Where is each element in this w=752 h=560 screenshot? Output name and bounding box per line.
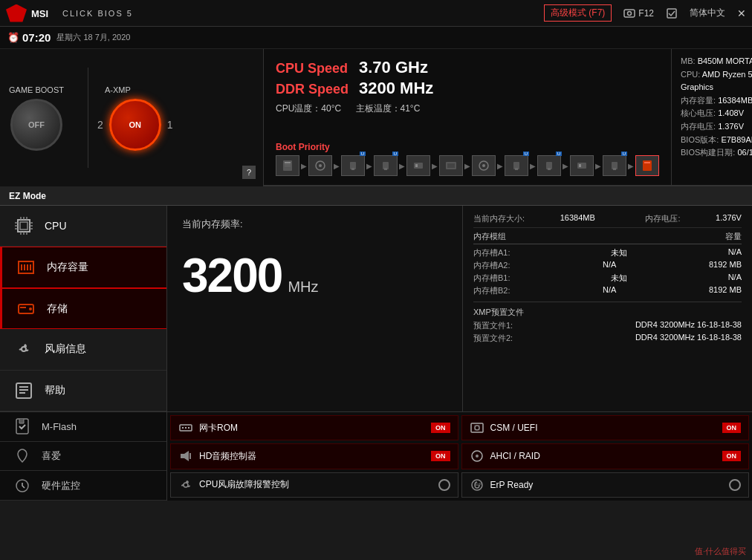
svg-rect-55 bbox=[19, 389, 28, 391]
hd-audio-button[interactable]: HD音频控制器 ON bbox=[170, 443, 458, 469]
cpu-speed-value: 3.70 GHz bbox=[359, 58, 428, 77]
ahci-raid-toggle[interactable]: ON bbox=[722, 451, 742, 461]
svg-point-19 bbox=[482, 164, 485, 167]
ddr-speed-value: 3200 MHz bbox=[359, 79, 433, 98]
f12-label[interactable]: F12 bbox=[638, 8, 654, 19]
freq-value: 3200 bbox=[182, 252, 282, 299]
csm-icon bbox=[470, 420, 484, 435]
csm-uefi-toggle[interactable]: ON bbox=[722, 423, 742, 433]
svg-rect-24 bbox=[577, 163, 586, 169]
ahci-icon bbox=[470, 449, 484, 463]
right-info-panel: MB: B450M MORTAR MAX (MS-7B89) CPU: AMD … bbox=[671, 49, 752, 185]
mflash-icon bbox=[12, 416, 33, 437]
mem-size-value: 16384MB bbox=[718, 96, 752, 105]
svg-rect-62 bbox=[188, 427, 189, 429]
camera-icon bbox=[623, 7, 635, 19]
xmp-file1-label: 预置文件1: bbox=[473, 320, 513, 331]
favorites-button[interactable]: 喜爱 bbox=[0, 442, 166, 472]
boot-icon-usb1[interactable]: U bbox=[341, 155, 365, 176]
mem-module-label: 内存模组 bbox=[473, 231, 506, 242]
svg-rect-54 bbox=[19, 386, 28, 388]
csm-uefi-label: CSM / UEFI bbox=[490, 423, 716, 433]
sidebar-item-storage[interactable]: 存储 bbox=[0, 288, 166, 329]
boot-icon-1[interactable] bbox=[276, 155, 299, 176]
boot-arrow-5: ▶ bbox=[432, 162, 438, 170]
sidebar-item-fan[interactable]: 风扇信息 bbox=[0, 329, 166, 370]
boot-arrow-8: ▶ bbox=[530, 162, 536, 170]
svg-point-52 bbox=[22, 347, 26, 351]
svg-rect-14 bbox=[414, 163, 423, 169]
axmp-knob[interactable]: ON bbox=[109, 99, 161, 151]
msi-logo: MSI CLICK BIOS 5 bbox=[6, 4, 133, 22]
bios-date-label: BIOS构建日期: bbox=[681, 148, 735, 157]
xmp-label: XMP预置文件 bbox=[473, 307, 742, 318]
boot-icon-usb5[interactable]: U bbox=[603, 155, 626, 176]
boost-axmp-area: GAME BOOST OFF A-XMP 2 ON 1 ? bbox=[0, 49, 264, 186]
current-mem-label: 当前内存大小: bbox=[473, 213, 525, 224]
slot-a1-capacity: N/A bbox=[728, 247, 742, 258]
favorites-label: 喜爱 bbox=[42, 449, 61, 463]
network-rom-toggle[interactable]: ON bbox=[431, 423, 450, 433]
sidebar-fan-label: 风扇信息 bbox=[45, 342, 86, 356]
erp-ready-button[interactable]: ErP ErP Ready bbox=[461, 472, 750, 498]
boot-icon-3[interactable] bbox=[406, 155, 430, 176]
help-button[interactable]: ? bbox=[242, 166, 256, 179]
advanced-mode-button[interactable]: 高级模式 (F7) bbox=[544, 4, 612, 22]
ahci-raid-button[interactable]: AHCI / RAID ON bbox=[461, 443, 750, 469]
close-button[interactable]: ✕ bbox=[737, 7, 746, 19]
sidebar-item-cpu[interactable]: CPU bbox=[0, 206, 166, 247]
xmp-file2-label: 预置文件2: bbox=[473, 333, 513, 344]
boot-icon-2[interactable] bbox=[308, 155, 332, 176]
svg-rect-60 bbox=[182, 427, 184, 429]
erp-ready-toggle[interactable] bbox=[729, 479, 741, 491]
cpu-speed-row: CPU Speed 3.70 GHz bbox=[276, 58, 659, 77]
mflash-button[interactable]: M-Flash bbox=[0, 412, 166, 442]
boot-icon-selected[interactable] bbox=[635, 155, 659, 176]
slot-b2-capacity: 8192 MB bbox=[709, 285, 742, 296]
svg-marker-67 bbox=[184, 451, 189, 461]
boot-icon-usb3[interactable]: U bbox=[505, 155, 528, 176]
msi-text-icon: MSI bbox=[31, 7, 58, 19]
slot-a1-row: 内存槽A1: 未知 N/A bbox=[473, 247, 742, 259]
hardware-monitor-button[interactable]: 硬件监控 bbox=[0, 471, 166, 501]
svg-rect-25 bbox=[579, 164, 581, 167]
screenshot-icon bbox=[666, 7, 678, 19]
network-rom-button[interactable]: 网卡ROM ON bbox=[170, 415, 458, 440]
hardware-monitor-label: 硬件监控 bbox=[42, 479, 80, 492]
boot-icon-usb4[interactable]: U bbox=[537, 155, 561, 176]
svg-rect-29 bbox=[644, 162, 650, 163]
sidebar: CPU 内存容量 存储 风扇信息 帮助 bbox=[0, 206, 167, 411]
sidebar-cpu-label: CPU bbox=[45, 220, 67, 232]
svg-point-71 bbox=[184, 483, 188, 487]
hd-audio-toggle[interactable]: ON bbox=[431, 451, 450, 461]
boot-icon-4[interactable] bbox=[439, 155, 463, 176]
game-boost-knob[interactable]: OFF bbox=[10, 99, 62, 151]
fan-icon bbox=[12, 337, 36, 361]
cpu-fan-toggle[interactable] bbox=[438, 479, 450, 491]
svg-rect-21 bbox=[515, 168, 518, 170]
hd-audio-label: HD音频控制器 bbox=[199, 450, 425, 463]
svg-rect-66 bbox=[181, 454, 184, 458]
csm-uefi-button[interactable]: CSM / UEFI ON bbox=[461, 415, 750, 440]
boot-icon-5[interactable] bbox=[472, 155, 496, 176]
boot-arrow-10: ▶ bbox=[595, 162, 601, 170]
bios-version-value: E7B89AMS.280 bbox=[721, 135, 752, 144]
svg-point-50 bbox=[29, 307, 32, 310]
sidebar-item-help[interactable]: 帮助 bbox=[0, 371, 166, 411]
svg-rect-11 bbox=[351, 168, 354, 170]
core-voltage-label: 核心电压: bbox=[681, 108, 716, 117]
mb-label: MB: bbox=[681, 56, 696, 65]
svg-rect-13 bbox=[384, 168, 387, 170]
boot-icon-6[interactable] bbox=[570, 155, 594, 176]
svg-text:MSI: MSI bbox=[31, 8, 48, 19]
language-button[interactable]: 简体中文 bbox=[690, 7, 725, 19]
cpu-speed-label: CPU Speed bbox=[276, 61, 350, 76]
main-header: GAME BOOST OFF A-XMP 2 ON 1 ? CPU Speed … bbox=[0, 49, 752, 186]
boot-arrow-2: ▶ bbox=[334, 162, 340, 170]
sidebar-item-memory[interactable]: 内存容量 bbox=[0, 247, 166, 287]
sidebar-storage-label: 存储 bbox=[47, 302, 68, 316]
xmp-file2-row: 预置文件2: DDR4 3200MHz 16-18-18-38 bbox=[473, 332, 742, 345]
cpu-fan-button[interactable]: CPU风扇故障报警控制 bbox=[170, 472, 458, 498]
xmp-file1-row: 预置文件1: DDR4 3200MHz 16-18-18-38 bbox=[473, 319, 742, 332]
boot-icon-usb2[interactable]: U bbox=[374, 155, 398, 176]
